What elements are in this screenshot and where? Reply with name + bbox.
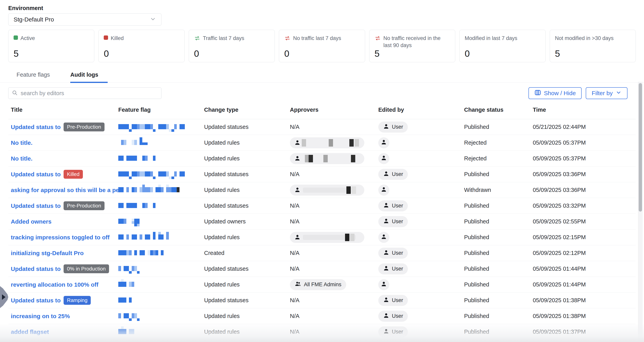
audit-title-link[interactable]: Updated status to (11, 124, 60, 130)
audit-title-link[interactable]: No title. (11, 155, 32, 162)
edited-by-cell: User (378, 169, 464, 180)
column-header-change-type: Change type (204, 107, 290, 113)
audit-title-link[interactable]: No title. (11, 140, 32, 146)
audit-title-link[interactable]: Updated status to (11, 265, 60, 272)
change-type-cell: Updated statuses (204, 171, 290, 177)
audit-title-link[interactable]: increasing on to 25% (11, 313, 70, 319)
status-badge (73, 312, 80, 320)
stat-card-label: No traffic received in the last 90 days (384, 35, 450, 49)
approvers-na: N/A (290, 250, 299, 256)
search-input[interactable] (20, 90, 158, 97)
edited-by-cell: User (378, 122, 464, 133)
approvers-cell: N/A (290, 218, 378, 225)
approver-redacted-pill (290, 153, 364, 164)
status-badge: Killed (64, 170, 83, 179)
person-icon (294, 139, 300, 146)
people-icon (295, 280, 301, 289)
change-type-cell: Updated statuses (204, 202, 290, 209)
table-row: Updated status to Ramping Updated status… (8, 292, 636, 308)
column-header-change-status: Change status (464, 107, 533, 113)
edited-by-cell: User (378, 311, 464, 322)
column-header-feature-flag: Feature flag (118, 107, 204, 113)
tab-feature-flags[interactable]: Feature flags (16, 72, 50, 83)
edited-by-user-pill: User (378, 326, 408, 337)
show-hide-button[interactable]: Show / Hide (528, 87, 582, 99)
columns-icon (534, 89, 541, 97)
approvers-cell: All FME Admins (290, 279, 378, 290)
status-badge (54, 217, 61, 226)
table-row: Updated status to Killed Updated statuse… (8, 166, 636, 182)
audit-title-link[interactable]: Updated status to (11, 171, 60, 178)
time-cell: 05/09/2025 03:32PM (533, 202, 636, 209)
approver-group-pill: All FME Admins (290, 279, 346, 290)
approvers-cell (290, 153, 378, 164)
edited-by-cell (378, 279, 464, 290)
show-hide-label: Show / Hide (544, 90, 576, 97)
stat-card-label: Modified in last 7 days (465, 35, 517, 42)
edited-by-cell (378, 153, 464, 164)
filter-by-button[interactable]: Filter by (586, 87, 628, 99)
scrollbar-thumb[interactable] (639, 83, 642, 212)
audit-title-link[interactable]: added flagset (11, 328, 49, 335)
status-badge (101, 280, 108, 289)
feature-flag-redacted (118, 293, 204, 308)
stat-card-value: 5 (14, 49, 89, 58)
approvers-cell (290, 137, 378, 148)
approvers-cell: N/A (290, 250, 378, 256)
chevron-down-icon (150, 16, 156, 23)
approvers-cell (290, 185, 378, 196)
feature-flag-redacted (118, 214, 204, 229)
change-status-cell: Published (464, 171, 533, 177)
time-cell: 05/09/2025 03:36PM (533, 171, 636, 177)
table-row: initializing stg-Default Pro Created N/A… (8, 245, 636, 261)
feature-flag-redacted (118, 198, 204, 214)
audit-title-link[interactable]: reverting allocation to 100% off (11, 281, 98, 288)
change-status-cell: Published (464, 202, 533, 209)
edited-by-user-pill: User (378, 263, 408, 274)
audit-title-link[interactable]: initializing stg-Default Pro (11, 250, 84, 256)
status-badge (36, 138, 42, 147)
feature-flag-redacted (118, 167, 204, 182)
change-type-cell: Updated rules (204, 140, 290, 146)
status-badge: Pre-Production (64, 201, 104, 210)
change-status-cell: Withdrawn (464, 187, 533, 193)
approvers-na: N/A (290, 297, 299, 303)
change-status-cell: Rejected (464, 155, 533, 162)
time-cell: 05/21/2025 02:44PM (533, 124, 636, 130)
audit-title-link[interactable]: tracking impressions toggled to off (11, 234, 110, 241)
edited-by-user-pill: User (378, 216, 408, 227)
approvers-cell (290, 232, 378, 243)
edited-by-user-pill: User (378, 200, 408, 211)
change-status-cell: Published (464, 234, 533, 240)
time-cell: 05/09/2025 02:55PM (533, 218, 636, 225)
change-status-cell: Published (464, 250, 533, 256)
audit-title-link[interactable]: Updated status to (11, 297, 60, 304)
person-icon (294, 155, 300, 162)
table-row: Updated status to Pre-Production Updated… (8, 198, 636, 214)
person-icon (383, 265, 389, 273)
audit-title-link[interactable]: Added owners (11, 218, 52, 225)
edited-by-cell: User (378, 326, 464, 337)
table-row: reverting allocation to 100% off Updated… (8, 277, 636, 292)
table-body: Updated status to Pre-Production Updated… (8, 119, 636, 342)
stat-card-value: 0 (194, 49, 270, 58)
person-icon (381, 233, 387, 241)
change-status-cell: Rejected (464, 140, 533, 146)
stat-card-label: Killed (110, 35, 124, 42)
edited-by-cell (378, 137, 464, 148)
stat-card: Killed0 (98, 30, 184, 62)
environment-select[interactable]: Stg-Default Pro (8, 14, 162, 26)
change-type-cell: Updated statuses (204, 124, 290, 130)
tab-audit-logs[interactable]: Audit logs (70, 72, 98, 83)
edited-by-cell (378, 185, 464, 196)
time-cell: 05/09/2025 02:15PM (533, 234, 636, 240)
audit-title-link[interactable]: asking for approval so this will be a pe (11, 187, 118, 193)
feature-flag-redacted (118, 324, 204, 340)
approvers-cell: N/A (290, 171, 378, 177)
change-status-cell: Published (464, 313, 533, 319)
time-cell: 05/09/2025 02:12PM (533, 250, 636, 256)
time-cell: 05/09/2025 01:38PM (533, 297, 636, 303)
person-icon (383, 249, 389, 257)
change-type-cell: Updated rules (204, 328, 290, 335)
audit-title-link[interactable]: Updated status to (11, 202, 60, 209)
